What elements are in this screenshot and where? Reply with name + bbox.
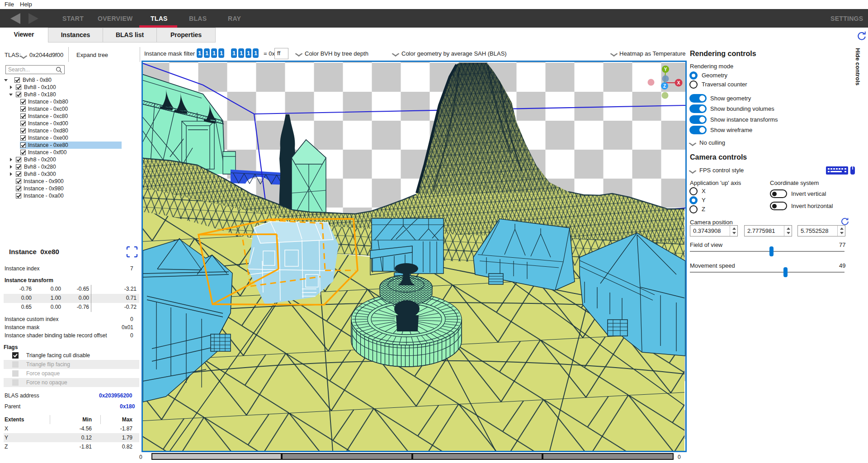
svg-text:X: X	[677, 80, 680, 85]
svg-text:Z: Z	[663, 84, 666, 89]
svg-text:Y: Y	[664, 67, 667, 72]
